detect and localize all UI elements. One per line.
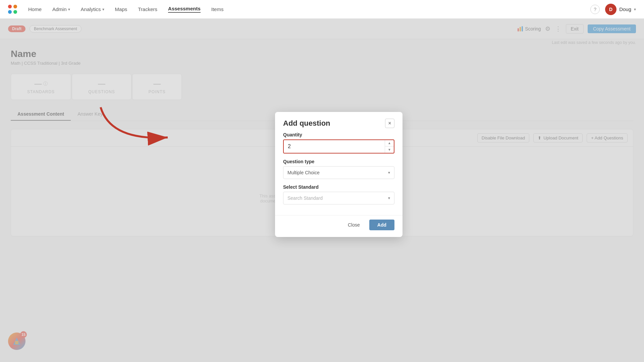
nav-maps[interactable]: Maps [115,6,127,12]
add-question-modal: Add question × Quantity ▲ ▼ Question typ… [275,112,402,237]
nav-items[interactable]: Items [211,6,224,12]
modal-footer: Close Add [275,215,402,237]
chevron-down-icon: ▾ [68,7,70,12]
username: Doug [619,6,631,12]
logo-dot-blue [8,10,12,14]
logo-dot-orange [13,5,17,8]
chevron-down-icon: ▾ [102,7,104,12]
modal-title: Add question [283,119,330,128]
modal-header: Add question × [275,112,402,132]
quantity-increment-button[interactable]: ▲ [385,140,394,147]
quantity-label: Quantity [283,132,394,137]
nav-right: ? D Doug ▾ [590,4,636,15]
close-button[interactable]: Close [342,220,365,230]
modal-close-button[interactable]: × [385,119,394,128]
question-type-value: Multiple Choice [287,170,320,175]
nav-admin[interactable]: Admin ▾ [52,6,70,12]
user-menu[interactable]: D Doug ▾ [605,4,636,15]
logo-dot-red [8,5,12,8]
nav-links: Home Admin ▾ Analytics ▾ Maps Trackers A… [28,6,590,13]
nav-home[interactable]: Home [28,6,42,12]
search-standard-select[interactable]: Search Standard ▾ [283,192,394,204]
select-standard-group: Select Standard Search Standard ▾ [283,184,394,204]
quantity-input[interactable] [284,140,385,153]
quantity-decrement-button[interactable]: ▼ [385,146,394,153]
question-type-group: Question type Multiple Choice ▾ [283,159,394,179]
search-standard-placeholder: Search Standard [287,195,323,201]
question-type-label: Question type [283,159,394,164]
logo-dot-green [13,10,17,14]
avatar: D [605,4,616,15]
add-button[interactable]: Add [369,220,394,230]
question-type-select[interactable]: Multiple Choice ▾ [283,166,394,179]
modal-body: Quantity ▲ ▼ Question type Multiple Choi… [275,132,402,215]
select-standard-label: Select Standard [283,184,394,190]
nav-trackers[interactable]: Trackers [138,6,157,12]
chevron-down-icon: ▾ [388,170,390,175]
quantity-spinners: ▲ ▼ [385,140,394,153]
chevron-down-icon: ▾ [388,196,390,200]
quantity-input-wrap: ▲ ▼ [283,139,394,154]
nav-analytics[interactable]: Analytics ▾ [81,6,104,12]
nav-assessments[interactable]: Assessments [168,6,201,13]
top-navigation: Home Admin ▾ Analytics ▾ Maps Trackers A… [0,0,644,19]
chevron-down-icon: ▾ [634,7,636,12]
app-logo[interactable] [8,5,17,14]
quantity-group: Quantity ▲ ▼ [283,132,394,154]
help-icon[interactable]: ? [590,5,600,14]
